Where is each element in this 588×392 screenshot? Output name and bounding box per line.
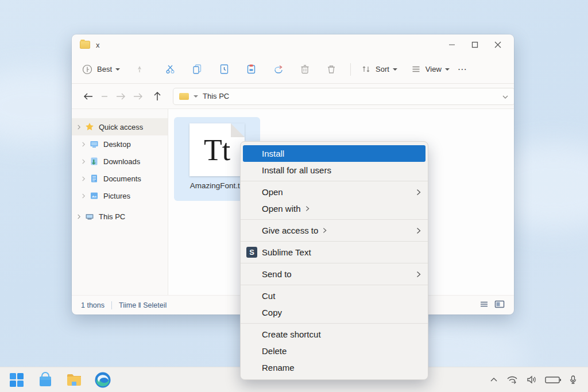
context-menu-item-install[interactable]: Install — [243, 145, 425, 162]
view-button[interactable]: View — [411, 64, 450, 74]
context-menu-item-install-all-users[interactable]: Install for all users — [241, 162, 428, 178]
battery-icon[interactable] — [545, 376, 561, 384]
minimize-button[interactable] — [448, 41, 455, 48]
more-options-button[interactable]: ⋯ — [458, 64, 468, 75]
context-menu: Install Install for all users Open Open … — [240, 141, 428, 380]
edge-icon — [94, 371, 111, 389]
sidebar-item-desktop[interactable]: Desktop — [72, 135, 168, 153]
chevron-right-icon[interactable] — [76, 214, 82, 219]
recent-locations-button[interactable] — [133, 92, 143, 100]
new-button-label: Best — [97, 65, 112, 73]
context-menu-item-give-access-to[interactable]: Give access to — [241, 222, 428, 239]
sidebar-item-documents[interactable]: Documents — [72, 170, 168, 187]
microphone-icon[interactable] — [570, 375, 577, 385]
menu-separator — [241, 323, 428, 324]
thumbnail-view-toggle[interactable] — [494, 300, 505, 310]
chevron-right-icon[interactable] — [81, 176, 86, 181]
view-button-label: View — [425, 65, 442, 73]
file-explorer-button[interactable] — [65, 371, 83, 389]
paste-icon[interactable] — [246, 64, 257, 75]
context-menu-item-cut[interactable]: Cut — [241, 288, 428, 304]
delete-icon[interactable] — [300, 64, 310, 75]
microsoft-store-icon — [37, 372, 53, 388]
new-circle-icon — [82, 64, 92, 75]
pin-icon[interactable] — [135, 65, 144, 74]
sidebar-item-label: Quick access — [99, 123, 143, 131]
status-items-count: 1 thons — [81, 301, 105, 309]
sidebar-item-downloads[interactable]: Downloads — [72, 153, 168, 170]
chevron-right-icon[interactable] — [81, 142, 86, 147]
chevron-down-icon — [445, 68, 450, 71]
documents-icon — [90, 174, 99, 183]
context-menu-item-copy[interactable]: Copy — [241, 304, 428, 321]
address-bar-row: This PC — [72, 84, 514, 109]
menu-separator — [241, 241, 428, 242]
context-menu-item-open[interactable]: Open — [241, 184, 428, 200]
status-selection: Tiime ‖ Seleteil — [119, 301, 167, 309]
submenu-chevron-icon — [416, 227, 421, 234]
submenu-chevron-icon — [416, 271, 421, 278]
sort-button[interactable]: Sort — [361, 64, 397, 74]
chevron-down-icon — [115, 68, 120, 71]
sidebar-item-label: This PC — [99, 212, 125, 221]
forward-button[interactable] — [115, 92, 126, 100]
context-menu-item-rename[interactable]: Rename — [241, 359, 428, 376]
chevron-right-icon[interactable] — [81, 159, 86, 164]
sort-button-label: Sort — [376, 65, 389, 73]
start-button[interactable] — [8, 371, 25, 389]
context-menu-item-sublime-text[interactable]: S Sublime Text — [241, 244, 428, 261]
menu-separator — [241, 219, 428, 220]
network-icon[interactable] — [506, 375, 518, 384]
chevron-down-icon — [393, 68, 397, 71]
context-menu-item-send-to[interactable]: Send to — [241, 266, 428, 282]
window-title: x — [96, 41, 100, 49]
sublime-text-icon: S — [246, 247, 257, 258]
context-menu-item-open-with[interactable]: Open with — [241, 200, 428, 217]
cut-icon[interactable] — [165, 64, 176, 75]
file-explorer-icon — [66, 373, 82, 387]
chevron-right-icon[interactable] — [81, 193, 86, 199]
context-menu-item-delete[interactable]: Delete — [241, 343, 428, 359]
store-button[interactable] — [37, 371, 54, 389]
font-glyph: Tt — [204, 135, 230, 165]
downloads-icon — [90, 157, 99, 166]
view-icon — [411, 64, 421, 74]
address-dropdown-chevron[interactable] — [502, 91, 509, 102]
menu-separator — [241, 263, 428, 263]
menu-separator — [241, 285, 428, 285]
sidebar-item-quick-access[interactable]: Quick access — [72, 118, 168, 135]
submenu-chevron-icon — [323, 227, 327, 234]
file-name-label: AmazingFont.ttf — [190, 181, 245, 190]
title-bar: x — [72, 34, 514, 55]
command-bar: Best — [72, 55, 514, 84]
close-button[interactable] — [494, 41, 501, 48]
desktop-icon — [90, 139, 99, 149]
recycle-icon[interactable] — [326, 64, 336, 75]
font-file-icon: Tt — [189, 123, 245, 176]
sidebar-item-label: Pictures — [103, 192, 130, 200]
sort-icon — [361, 64, 371, 74]
sidebar-item-this-pc[interactable]: This PC — [72, 208, 168, 225]
new-button[interactable]: Best — [82, 64, 120, 75]
details-view-toggle[interactable] — [479, 300, 489, 310]
status-divider — [111, 301, 112, 309]
copy-icon[interactable] — [192, 64, 203, 75]
toolbar-divider — [350, 63, 351, 76]
up-button[interactable] — [153, 91, 161, 102]
address-location: This PC — [203, 92, 229, 100]
address-bar[interactable]: This PC — [173, 88, 514, 105]
sidebar-item-label: Documents — [103, 174, 141, 183]
window-folder-icon — [80, 41, 90, 49]
edge-button[interactable] — [94, 371, 111, 389]
rename-icon[interactable] — [219, 64, 230, 75]
share-icon[interactable] — [273, 64, 284, 75]
volume-icon[interactable] — [527, 375, 536, 384]
hidden-icons-chevron[interactable] — [490, 377, 498, 382]
chevron-right-icon[interactable] — [76, 125, 82, 130]
sidebar-item-pictures[interactable]: Pictures — [72, 187, 168, 204]
chevron-down-icon[interactable] — [194, 95, 198, 98]
maximize-button[interactable] — [471, 41, 478, 48]
submenu-chevron-icon — [305, 205, 310, 212]
back-button[interactable] — [83, 92, 94, 100]
context-menu-item-create-shortcut[interactable]: Create shortcut — [241, 326, 428, 343]
